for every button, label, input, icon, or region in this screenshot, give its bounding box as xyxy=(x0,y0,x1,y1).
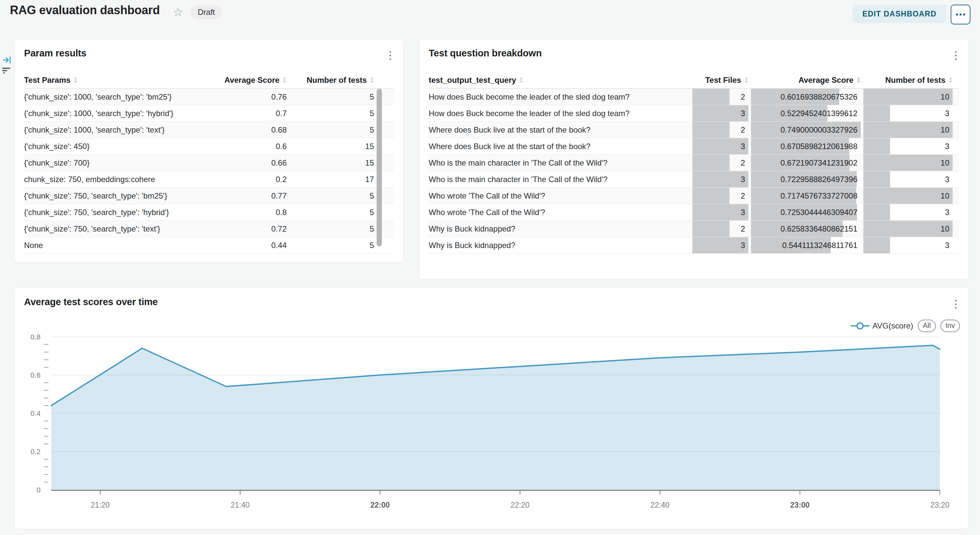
card-menu-kebab-icon[interactable] xyxy=(384,48,396,62)
table-cell: 0.66 xyxy=(198,155,287,171)
column-header-number-of-tests[interactable]: Number of tests ▲▼ xyxy=(863,75,953,85)
svg-text:22:20: 22:20 xyxy=(511,501,530,509)
bar-cell: 0.5441113246811761 xyxy=(751,237,861,253)
expand-panel-icon[interactable] xyxy=(3,56,12,66)
cell-value: 2 xyxy=(741,122,745,138)
table-row: Who wrote 'The Call of the Wild'?20.7174… xyxy=(429,188,959,204)
cell-value: 3 xyxy=(945,105,949,121)
cell-value: 10 xyxy=(940,220,949,237)
cell-value: 3 xyxy=(741,171,745,187)
more-options-button[interactable] xyxy=(951,5,970,24)
edit-dashboard-button[interactable]: EDIT DASHBOARD xyxy=(853,5,947,23)
svg-text:22:40: 22:40 xyxy=(651,501,670,509)
cell-value: 0.7490000003327926 xyxy=(780,122,858,138)
data-bar xyxy=(863,220,953,237)
query-cell: Who is the main character in 'The Call o… xyxy=(429,171,690,187)
column-header-test-params[interactable]: Test Params ▲▼ xyxy=(24,75,198,85)
bar-cell: 0.7490000003327926 xyxy=(751,122,861,138)
bar-cell: 3 xyxy=(692,171,748,187)
svg-text:22:00: 22:00 xyxy=(371,501,390,509)
filter-icon[interactable] xyxy=(2,66,11,77)
data-bar xyxy=(863,155,953,171)
sort-icon: ▲▼ xyxy=(519,77,523,84)
bar-cell: 3 xyxy=(692,138,748,154)
table-header-row: test_output_test_query ▲▼ Test Files ▲▼ … xyxy=(429,72,959,89)
cell-value: 2 xyxy=(741,188,745,204)
table-cell: 0.76 xyxy=(198,89,287,105)
line-chart: 00.20.40.60.821:2021:4022:0022:2022:4023… xyxy=(20,327,959,521)
data-bar xyxy=(692,138,748,154)
cell-value: 0.5229452401399612 xyxy=(780,105,858,121)
cell-value: 2 xyxy=(741,155,745,171)
table-cell: 0.44 xyxy=(198,237,287,253)
bar-cell: 0.5229452401399612 xyxy=(751,105,861,121)
bar-cell: 2 xyxy=(692,220,748,237)
sort-icon: ▲▼ xyxy=(282,77,287,84)
table-row: Why is Buck kidnapped?30.544111324681176… xyxy=(429,237,959,254)
table-row: How does Buck become the leader of the s… xyxy=(429,89,959,105)
svg-text:0: 0 xyxy=(37,486,41,494)
bar-cell: 3 xyxy=(863,204,953,220)
sort-icon: ▲▼ xyxy=(948,77,953,84)
data-bar xyxy=(863,204,890,220)
svg-text:21:20: 21:20 xyxy=(91,501,110,509)
card-title: Test question breakdown xyxy=(429,48,542,59)
cell-value: 0.7229588826497396 xyxy=(780,171,858,187)
table-cell: 5 xyxy=(287,204,374,220)
query-cell: Who wrote 'The Call of the Wild'? xyxy=(429,204,690,220)
table-cell: 15 xyxy=(287,155,374,171)
data-bar xyxy=(692,155,730,171)
bar-cell: 3 xyxy=(863,237,953,253)
data-bar xyxy=(863,89,953,105)
cell-value: 0.7174576733727008 xyxy=(780,188,858,204)
table-row: {'chunk_size': 1000, 'search_type': 'bm2… xyxy=(24,89,394,105)
table-row: {'chunk_size': 700}0.6615 xyxy=(24,155,394,171)
data-bar xyxy=(692,188,730,204)
bar-cell: 10 xyxy=(863,155,953,171)
table-row: {'chunk_size': 750, 'search_type': 'hybr… xyxy=(24,204,394,220)
table-cell: 5 xyxy=(287,89,374,105)
cell-value: 0.7253044446309407 xyxy=(780,204,858,220)
card-menu-kebab-icon[interactable] xyxy=(949,48,962,62)
status-badge: Draft xyxy=(191,5,222,19)
table-row: {'chunk_size': 750, 'search_type': 'text… xyxy=(24,220,394,237)
table-cell: {'chunk_size': 1000, 'search_type': 'tex… xyxy=(24,122,198,138)
bar-cell: 3 xyxy=(692,237,748,253)
column-header-test-files[interactable]: Test Files ▲▼ xyxy=(692,75,748,85)
chart-title: Average test scores over time xyxy=(24,297,158,307)
column-header-number-of-tests[interactable]: Number of tests ▲▼ xyxy=(287,75,374,85)
table-scrollbar[interactable] xyxy=(377,89,382,246)
bar-cell: 10 xyxy=(863,188,953,204)
bar-cell: 10 xyxy=(863,220,953,237)
table-cell: None xyxy=(24,237,198,253)
cell-value: 3 xyxy=(741,138,745,154)
favorite-star-icon[interactable]: ☆ xyxy=(173,5,183,19)
bar-cell: 0.7174576733727008 xyxy=(751,188,861,204)
question-breakdown-table: test_output_test_query ▲▼ Test Files ▲▼ … xyxy=(429,72,959,254)
table-row: {'chunk_size': 750, 'search_type': 'bm25… xyxy=(24,188,394,204)
bar-cell: 3 xyxy=(863,171,953,187)
column-header-average-score[interactable]: Average Score ▲▼ xyxy=(751,75,861,85)
cell-value: 10 xyxy=(940,122,949,138)
cell-value: 3 xyxy=(741,105,745,121)
table-cell: 0.77 xyxy=(198,188,287,204)
table-row: chunk_size: 750, embeddings:cohere0.217 xyxy=(24,171,394,188)
bar-cell: 10 xyxy=(863,89,953,105)
data-bar xyxy=(692,171,748,187)
svg-text:23:00: 23:00 xyxy=(790,501,810,509)
table-row: How does Buck become the leader of the s… xyxy=(429,105,959,122)
column-header-average-score[interactable]: Average Score ▲▼ xyxy=(198,75,287,85)
table-row: Who is the main character in 'The Call o… xyxy=(429,155,959,171)
table-cell: {'chunk_size': 1000, 'search_type': 'hyb… xyxy=(24,105,198,121)
bar-cell: 10 xyxy=(863,122,953,138)
column-header-test-query[interactable]: test_output_test_query ▲▼ xyxy=(429,75,690,85)
cell-value: 0.6016938820675326 xyxy=(780,89,858,105)
data-bar xyxy=(863,105,890,121)
sort-icon: ▲▼ xyxy=(744,77,748,84)
sort-icon: ▲▼ xyxy=(370,77,374,84)
card-menu-kebab-icon[interactable] xyxy=(949,297,962,311)
table-row: Where does Buck live at the start of the… xyxy=(429,138,959,155)
data-bar xyxy=(692,105,748,121)
cell-value: 0.6258336480862151 xyxy=(780,220,858,237)
param-results-table: Test Params ▲▼ Average Score ▲▼ Number o… xyxy=(24,72,394,254)
